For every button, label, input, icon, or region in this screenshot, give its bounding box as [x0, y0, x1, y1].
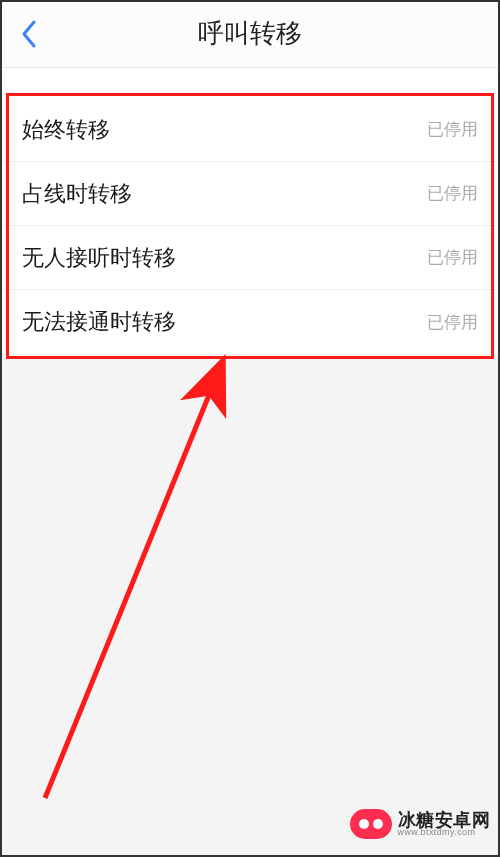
row-status: 已停用: [427, 118, 478, 141]
list-item-busy-forward[interactable]: 占线时转移 已停用: [0, 162, 500, 226]
watermark-domain: www.btxtdmy.com: [398, 828, 491, 837]
content-area: 始终转移 已停用 占线时转移 已停用 无人接听时转移 已停用 无法接通时转移 已…: [0, 98, 500, 857]
page-title: 呼叫转移: [198, 16, 302, 51]
list-item-noanswer-forward[interactable]: 无人接听时转移 已停用: [0, 226, 500, 290]
row-status: 已停用: [427, 311, 478, 334]
row-status: 已停用: [427, 182, 478, 205]
list-wrapper: 始终转移 已停用 占线时转移 已停用 无人接听时转移 已停用 无法接通时转移 已…: [0, 98, 500, 354]
list-item-unreachable-forward[interactable]: 无法接通时转移 已停用: [0, 290, 500, 354]
watermark: 冰糖安卓网 www.btxtdmy.com: [350, 809, 491, 839]
chevron-left-icon: [20, 19, 38, 49]
row-label: 占线时转移: [22, 179, 132, 209]
row-label: 始终转移: [22, 115, 110, 145]
header-bar: 呼叫转移: [0, 0, 500, 68]
row-label: 无法接通时转移: [22, 307, 176, 337]
back-button[interactable]: [14, 19, 44, 49]
call-forward-list: 始终转移 已停用 占线时转移 已停用 无人接听时转移 已停用 无法接通时转移 已…: [0, 98, 500, 354]
row-status: 已停用: [427, 246, 478, 269]
annotation-arrow: [40, 328, 260, 808]
list-item-always-forward[interactable]: 始终转移 已停用: [0, 98, 500, 162]
svg-line-1: [45, 368, 220, 798]
watermark-logo-icon: [350, 809, 392, 839]
row-label: 无人接听时转移: [22, 243, 176, 273]
